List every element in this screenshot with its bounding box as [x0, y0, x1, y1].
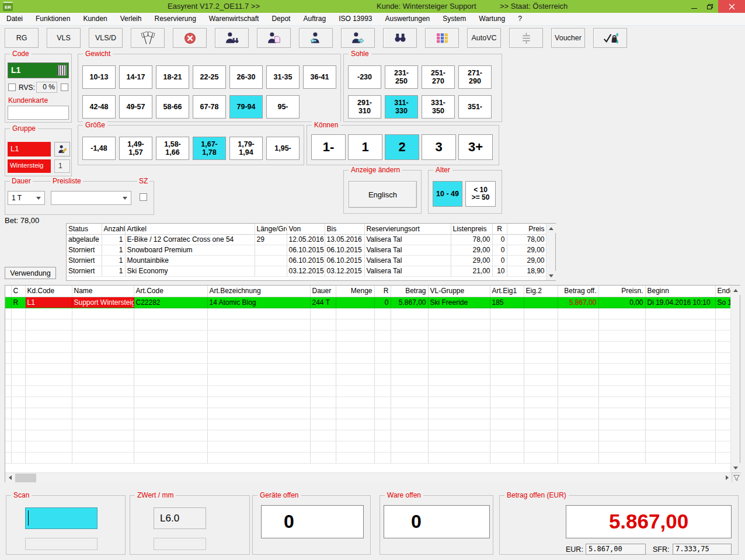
voucher-button[interactable]: Voucher [551, 28, 585, 48]
scroll-up-button[interactable] [546, 224, 556, 233]
rack-button[interactable] [509, 28, 543, 48]
koennen-option[interactable]: 2 [385, 134, 419, 160]
customer-return-button[interactable] [299, 28, 333, 48]
gewicht-option[interactable]: 18-21 [156, 65, 189, 89]
koennen-option[interactable]: 1- [311, 134, 346, 160]
positions-row[interactable]: R L1 Support Wintersteiger C22282 14 Ato… [5, 297, 732, 308]
menu-item[interactable]: Datei [0, 13, 29, 25]
menu-item[interactable]: Kunden [76, 13, 113, 25]
autovc-button[interactable]: AutoVC [467, 28, 501, 48]
kundenkarte-input[interactable] [8, 106, 69, 120]
eur-value-field: 5.867,00 [586, 544, 646, 555]
cancel-button[interactable] [173, 28, 207, 48]
gewicht-option[interactable]: 36-41 [303, 65, 336, 89]
gewicht-option[interactable]: 22-25 [193, 65, 226, 89]
koennen-option[interactable]: 3+ [458, 134, 493, 160]
menu-item[interactable]: Verleih [114, 13, 148, 25]
close-button[interactable] [718, 0, 745, 13]
gewicht-option[interactable]: 26-30 [229, 65, 263, 89]
check-weight-button[interactable] [593, 28, 627, 48]
positions-hscrollbar[interactable] [5, 472, 732, 482]
reservation-row[interactable]: Storniert1Ski Economy 03.12.201503.12.20… [67, 266, 546, 276]
menu-item[interactable]: Auswertungen [379, 13, 437, 25]
gewicht-option[interactable]: 58-66 [156, 95, 189, 119]
positions-vscrollbar[interactable] [730, 286, 740, 472]
gewicht-option[interactable]: 10-13 [82, 65, 116, 89]
vlsd-button[interactable]: VLS/D [89, 28, 123, 48]
sohle-option[interactable]: 271- 290 [458, 65, 492, 89]
groesse-option[interactable]: 1,49- 1,57 [119, 137, 152, 160]
language-toggle-button[interactable]: Englisch [349, 181, 417, 208]
alter-option-10-49[interactable]: 10 - 49 [433, 181, 462, 207]
rvs-percent-field[interactable]: 0 % [36, 82, 57, 93]
search-button[interactable] [383, 28, 417, 48]
gewicht-option[interactable]: 42-48 [82, 95, 116, 119]
sohle-option[interactable]: 331- 350 [422, 95, 455, 119]
maximize-button[interactable] [702, 0, 718, 13]
koennen-option[interactable]: 1 [348, 134, 382, 160]
hscroll-thumb[interactable] [15, 474, 36, 482]
rvs-checkbox[interactable] [8, 84, 16, 91]
gruppe-edit-button[interactable] [54, 142, 70, 156]
scroll-down-button[interactable] [731, 463, 740, 472]
menu-item[interactable]: ISO 13993 [332, 13, 378, 25]
menu-item[interactable]: Depot [265, 13, 297, 25]
gruppe-code-field[interactable]: L1 [8, 142, 51, 156]
gewicht-option[interactable]: 79-94 [229, 95, 263, 119]
menu-item[interactable]: Reservierung [148, 13, 202, 25]
gewicht-option[interactable]: 31-35 [266, 65, 300, 89]
vls-button[interactable]: VLS [47, 28, 81, 48]
groesse-option[interactable]: 1,79- 1,94 [229, 137, 263, 160]
groesse-option[interactable]: 1,58- 1,66 [156, 137, 189, 160]
sohle-option[interactable]: 351- [458, 95, 492, 119]
menu-item[interactable]: ? [511, 13, 528, 25]
gruppe-qty-field[interactable]: 1 [54, 159, 70, 173]
reservation-row[interactable]: Storniert1Mountainbike 06.10.201506.10.2… [67, 255, 546, 266]
reservation-row[interactable]: Storniert1Snowboard Premium 06.10.201506… [67, 245, 546, 255]
sohle-option[interactable]: 291- 310 [348, 95, 381, 119]
menu-item[interactable]: Warenwirtschaft [203, 13, 266, 25]
rg-button[interactable]: RG [5, 28, 39, 48]
verwendung-button[interactable]: Verwendung [5, 267, 56, 279]
menu-item[interactable]: Wartung [472, 13, 511, 25]
scroll-right-button[interactable] [722, 473, 732, 482]
groesse-option[interactable]: -1,48 [82, 137, 116, 160]
gewicht-option[interactable]: 14-17 [119, 65, 152, 89]
sohle-option[interactable]: -230 [348, 65, 381, 89]
reservations-scrollbar[interactable] [546, 224, 555, 280]
gewicht-option[interactable]: 95- [266, 95, 300, 119]
sohle-option[interactable]: 251- 270 [422, 65, 455, 89]
code-group: Code L1 RVS: 0 % Kundenkarte [5, 54, 72, 123]
filter-button[interactable] [732, 472, 741, 482]
gewicht-option[interactable]: 67-78 [193, 95, 226, 119]
gruppe-name-field[interactable]: Wintersteig [8, 159, 51, 173]
sohle-option[interactable]: 231- 250 [385, 65, 418, 89]
customer-rent-button[interactable] [341, 28, 375, 48]
sohle-option[interactable]: 311- 330 [385, 95, 418, 119]
menu-item[interactable]: Auftrag [297, 13, 332, 25]
color-grid-button[interactable] [425, 28, 459, 48]
menu-item[interactable]: System [436, 13, 472, 25]
scan-input[interactable] [25, 507, 98, 529]
code-input[interactable]: L1 [8, 62, 69, 78]
dauer-select[interactable]: 1 T [8, 191, 45, 205]
rvs-checkbox-2[interactable] [61, 84, 68, 91]
rvs-label: RVS: [19, 84, 35, 92]
scroll-down-button[interactable] [546, 271, 556, 280]
reservation-row[interactable]: abgelaufe1E-Bike / 12 Corratec Cross one… [67, 234, 546, 245]
menu-item[interactable]: Funktionen [29, 13, 76, 25]
customer-search-button[interactable] [215, 28, 249, 48]
groesse-option[interactable]: 1,95- [266, 137, 300, 160]
sz-checkbox[interactable] [140, 193, 147, 201]
scroll-left-button[interactable] [5, 473, 15, 482]
alter-option-other[interactable]: < 10 >= 50 [465, 181, 496, 207]
groesse-option[interactable]: 1,67- 1,78 [193, 137, 226, 160]
scroll-up-button[interactable] [731, 286, 740, 295]
finish-button[interactable] [131, 28, 165, 48]
koennen-option[interactable]: 3 [422, 134, 456, 160]
barcode-icon[interactable] [57, 65, 67, 76]
minimize-button[interactable] [687, 0, 702, 13]
customer-copy-button[interactable] [257, 28, 291, 48]
gewicht-option[interactable]: 49-57 [119, 95, 152, 119]
preisliste-select[interactable] [51, 191, 131, 205]
